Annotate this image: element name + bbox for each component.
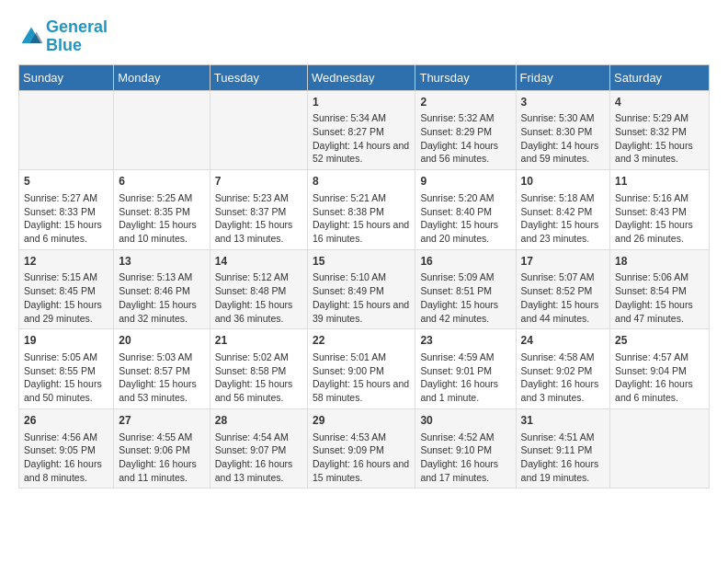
day-number: 3 [521, 95, 606, 110]
day-info: Sunrise: 5:30 AM Sunset: 8:30 PM Dayligh… [521, 111, 606, 166]
day-number: 30 [420, 413, 510, 429]
day-info: Sunrise: 5:09 AM Sunset: 8:51 PM Dayligh… [420, 270, 510, 325]
calendar-cell: 22Sunrise: 5:01 AM Sunset: 9:00 PM Dayli… [308, 329, 415, 409]
calendar-cell: 6Sunrise: 5:25 AM Sunset: 8:35 PM Daylig… [114, 170, 210, 250]
calendar-cell: 10Sunrise: 5:18 AM Sunset: 8:42 PM Dayli… [516, 170, 610, 250]
calendar-cell [610, 408, 710, 488]
day-info: Sunrise: 4:56 AM Sunset: 9:05 PM Dayligh… [24, 431, 108, 485]
weekday-header-sunday: Sunday [19, 64, 114, 90]
day-number: 27 [119, 413, 204, 429]
day-info: Sunrise: 4:57 AM Sunset: 9:04 PM Dayligh… [615, 350, 704, 405]
day-number: 7 [215, 174, 302, 190]
calendar-cell: 19Sunrise: 5:05 AM Sunset: 8:55 PM Dayli… [19, 329, 114, 409]
day-info: Sunrise: 5:16 AM Sunset: 8:43 PM Dayligh… [615, 191, 704, 246]
calendar-week-row: 12Sunrise: 5:15 AM Sunset: 8:45 PM Dayli… [19, 249, 710, 329]
day-info: Sunrise: 5:20 AM Sunset: 8:40 PM Dayligh… [420, 191, 510, 246]
day-info: Sunrise: 5:03 AM Sunset: 8:57 PM Dayligh… [119, 350, 204, 405]
day-info: Sunrise: 5:05 AM Sunset: 8:55 PM Dayligh… [24, 350, 108, 405]
day-info: Sunrise: 5:15 AM Sunset: 8:45 PM Dayligh… [24, 270, 108, 325]
calendar-cell: 16Sunrise: 5:09 AM Sunset: 8:51 PM Dayli… [415, 249, 516, 329]
day-info: Sunrise: 5:34 AM Sunset: 8:27 PM Dayligh… [313, 111, 410, 166]
calendar-cell: 9Sunrise: 5:20 AM Sunset: 8:40 PM Daylig… [415, 170, 516, 250]
day-number: 29 [313, 413, 410, 429]
day-number: 18 [615, 254, 704, 270]
weekday-header-row: SundayMondayTuesdayWednesdayThursdayFrid… [19, 64, 710, 90]
calendar-cell: 8Sunrise: 5:21 AM Sunset: 8:38 PM Daylig… [308, 170, 415, 250]
calendar-cell: 20Sunrise: 5:03 AM Sunset: 8:57 PM Dayli… [114, 329, 210, 409]
calendar-cell: 23Sunrise: 4:59 AM Sunset: 9:01 PM Dayli… [415, 329, 516, 409]
day-info: Sunrise: 5:32 AM Sunset: 8:29 PM Dayligh… [420, 111, 510, 166]
day-number: 8 [313, 174, 410, 190]
calendar-cell: 1Sunrise: 5:34 AM Sunset: 8:27 PM Daylig… [308, 90, 415, 170]
day-number: 6 [119, 174, 204, 190]
calendar-cell: 12Sunrise: 5:15 AM Sunset: 8:45 PM Dayli… [19, 249, 114, 329]
calendar-cell: 29Sunrise: 4:53 AM Sunset: 9:09 PM Dayli… [308, 408, 415, 488]
day-info: Sunrise: 4:51 AM Sunset: 9:11 PM Dayligh… [521, 431, 606, 485]
calendar-cell: 15Sunrise: 5:10 AM Sunset: 8:49 PM Dayli… [308, 249, 415, 329]
day-number: 26 [24, 413, 108, 429]
calendar-cell: 17Sunrise: 5:07 AM Sunset: 8:52 PM Dayli… [516, 249, 610, 329]
calendar-cell: 21Sunrise: 5:02 AM Sunset: 8:58 PM Dayli… [210, 329, 307, 409]
calendar-cell [114, 90, 210, 170]
calendar-cell: 5Sunrise: 5:27 AM Sunset: 8:33 PM Daylig… [19, 170, 114, 250]
calendar-cell: 25Sunrise: 4:57 AM Sunset: 9:04 PM Dayli… [610, 329, 710, 409]
day-number: 14 [215, 254, 302, 270]
day-info: Sunrise: 4:59 AM Sunset: 9:01 PM Dayligh… [420, 350, 510, 405]
day-number: 9 [420, 174, 510, 190]
day-info: Sunrise: 5:18 AM Sunset: 8:42 PM Dayligh… [521, 191, 606, 246]
day-number: 11 [615, 174, 704, 190]
logo: General Blue [18, 18, 108, 55]
calendar-week-row: 19Sunrise: 5:05 AM Sunset: 8:55 PM Dayli… [19, 329, 710, 409]
day-number: 24 [521, 333, 606, 349]
day-number: 17 [521, 254, 606, 270]
calendar-week-row: 26Sunrise: 4:56 AM Sunset: 9:05 PM Dayli… [19, 408, 710, 488]
day-number: 25 [615, 333, 704, 349]
weekday-header-wednesday: Wednesday [308, 64, 415, 90]
calendar-cell: 14Sunrise: 5:12 AM Sunset: 8:48 PM Dayli… [210, 249, 307, 329]
weekday-header-saturday: Saturday [610, 64, 710, 90]
day-number: 15 [313, 254, 410, 270]
day-info: Sunrise: 5:10 AM Sunset: 8:49 PM Dayligh… [313, 270, 410, 325]
calendar-cell: 18Sunrise: 5:06 AM Sunset: 8:54 PM Dayli… [610, 249, 710, 329]
day-number: 31 [521, 413, 606, 429]
calendar-cell: 2Sunrise: 5:32 AM Sunset: 8:29 PM Daylig… [415, 90, 516, 170]
day-info: Sunrise: 5:06 AM Sunset: 8:54 PM Dayligh… [615, 270, 704, 325]
weekday-header-monday: Monday [114, 64, 210, 90]
logo-text: General Blue [46, 18, 108, 55]
weekday-header-tuesday: Tuesday [210, 64, 307, 90]
day-info: Sunrise: 5:23 AM Sunset: 8:37 PM Dayligh… [215, 191, 302, 246]
calendar-week-row: 5Sunrise: 5:27 AM Sunset: 8:33 PM Daylig… [19, 170, 710, 250]
day-info: Sunrise: 5:13 AM Sunset: 8:46 PM Dayligh… [119, 270, 204, 325]
day-info: Sunrise: 5:07 AM Sunset: 8:52 PM Dayligh… [521, 270, 606, 325]
calendar-cell: 27Sunrise: 4:55 AM Sunset: 9:06 PM Dayli… [114, 408, 210, 488]
day-number: 5 [24, 174, 108, 190]
day-info: Sunrise: 5:27 AM Sunset: 8:33 PM Dayligh… [24, 191, 108, 246]
calendar-cell [210, 90, 307, 170]
day-info: Sunrise: 5:12 AM Sunset: 8:48 PM Dayligh… [215, 270, 302, 325]
day-number: 10 [521, 174, 606, 190]
day-info: Sunrise: 5:21 AM Sunset: 8:38 PM Dayligh… [313, 191, 410, 246]
day-info: Sunrise: 4:58 AM Sunset: 9:02 PM Dayligh… [521, 350, 606, 405]
day-number: 23 [420, 333, 510, 349]
day-number: 12 [24, 254, 108, 270]
day-number: 4 [615, 95, 704, 110]
day-number: 13 [119, 254, 204, 270]
calendar-cell: 30Sunrise: 4:52 AM Sunset: 9:10 PM Dayli… [415, 408, 516, 488]
day-number: 20 [119, 333, 204, 349]
logo-icon [18, 24, 44, 50]
calendar-cell: 4Sunrise: 5:29 AM Sunset: 8:32 PM Daylig… [610, 90, 710, 170]
day-info: Sunrise: 5:02 AM Sunset: 8:58 PM Dayligh… [215, 350, 302, 405]
day-info: Sunrise: 4:54 AM Sunset: 9:07 PM Dayligh… [215, 431, 302, 485]
day-number: 2 [420, 95, 510, 110]
day-info: Sunrise: 5:29 AM Sunset: 8:32 PM Dayligh… [615, 111, 704, 166]
day-info: Sunrise: 5:01 AM Sunset: 9:00 PM Dayligh… [313, 350, 410, 405]
day-number: 28 [215, 413, 302, 429]
day-number: 1 [313, 95, 410, 110]
calendar-cell: 31Sunrise: 4:51 AM Sunset: 9:11 PM Dayli… [516, 408, 610, 488]
day-info: Sunrise: 4:53 AM Sunset: 9:09 PM Dayligh… [313, 431, 410, 485]
calendar-cell: 24Sunrise: 4:58 AM Sunset: 9:02 PM Dayli… [516, 329, 610, 409]
day-number: 16 [420, 254, 510, 270]
weekday-header-friday: Friday [516, 64, 610, 90]
day-number: 21 [215, 333, 302, 349]
calendar-cell: 11Sunrise: 5:16 AM Sunset: 8:43 PM Dayli… [610, 170, 710, 250]
